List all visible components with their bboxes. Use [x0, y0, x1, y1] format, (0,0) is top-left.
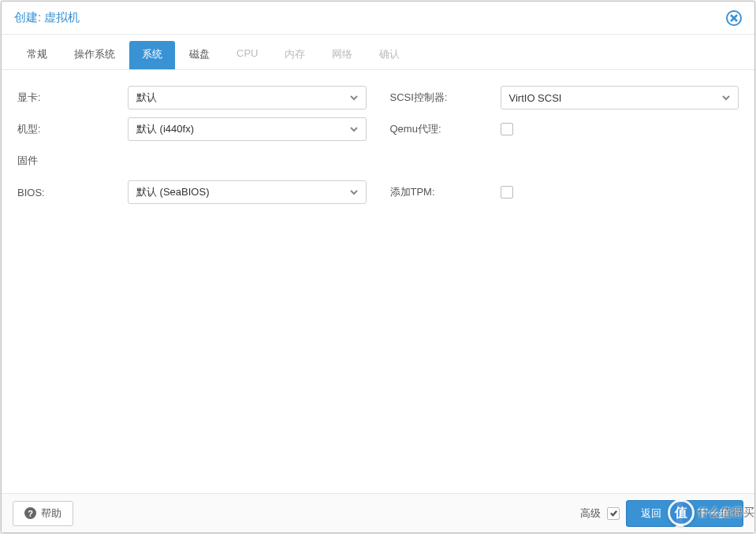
row-qemu: Qemu代理: — [390, 114, 739, 144]
bios-combo[interactable]: 默认 (SeaBIOS) — [128, 180, 367, 204]
row-graphics: 显卡: 默认 — [17, 83, 367, 113]
right-column: SCSI控制器: VirtIO SCSI Qemu代理: 添加TPM: — [390, 83, 739, 480]
graphics-value: 默认 — [136, 91, 157, 105]
chevron-down-icon — [350, 124, 358, 135]
firmware-spacer — [390, 146, 501, 176]
machine-value: 默认 (i440fx) — [136, 122, 194, 136]
tab-os[interactable]: 操作系统 — [61, 41, 128, 69]
row-machine: 机型: 默认 (i440fx) — [17, 114, 367, 144]
advanced-checkbox[interactable] — [607, 507, 620, 520]
wizard-tabs: 常规 操作系统 系统 磁盘 CPU 内存 网络 确认 — [2, 35, 754, 70]
tab-memory: 内存 — [272, 41, 318, 69]
scsi-combo[interactable]: VirtIO SCSI — [501, 86, 739, 109]
close-icon — [730, 14, 738, 22]
tab-disk[interactable]: 磁盘 — [177, 41, 222, 69]
firmware-section-label: 固件 — [17, 146, 128, 176]
tab-system[interactable]: 系统 — [129, 41, 175, 69]
tpm-checkbox[interactable] — [501, 186, 513, 198]
scsi-label: SCSI控制器: — [390, 91, 501, 105]
tpm-label: 添加TPM: — [390, 185, 501, 199]
bios-label: BIOS: — [17, 187, 128, 198]
tab-confirm: 确认 — [367, 41, 412, 69]
form-content: 显卡: 默认 机型: 默认 (i440fx) 固件 BIOS: 默认 (SeaB… — [2, 70, 754, 493]
qemu-label: Qemu代理: — [390, 122, 501, 136]
help-label: 帮助 — [41, 506, 61, 521]
chevron-down-icon — [350, 187, 358, 198]
footer-left: ? 帮助 — [13, 501, 73, 526]
row-tpm: 添加TPM: — [390, 177, 739, 207]
machine-label: 机型: — [17, 122, 128, 136]
scsi-value: VirtIO SCSI — [509, 92, 562, 104]
qemu-checkbox[interactable] — [501, 123, 513, 135]
help-button[interactable]: ? 帮助 — [13, 501, 73, 526]
row-bios: BIOS: 默认 (SeaBIOS) — [17, 177, 367, 207]
create-vm-dialog: 创建: 虚拟机 常规 操作系统 系统 磁盘 CPU 内存 网络 确认 显卡: 默… — [1, 1, 755, 533]
tab-cpu: CPU — [224, 41, 270, 69]
tab-network: 网络 — [319, 41, 365, 69]
footer-right: 高级 返回 下一步 — [580, 500, 743, 527]
bios-value: 默认 (SeaBIOS) — [136, 185, 209, 199]
dialog-footer: ? 帮助 高级 返回 下一步 — [2, 493, 754, 532]
back-button[interactable]: 返回 — [626, 500, 676, 527]
graphics-label: 显卡: — [17, 91, 128, 105]
dialog-title: 创建: 虚拟机 — [14, 10, 80, 25]
next-button[interactable]: 下一步 — [683, 500, 743, 527]
left-column: 显卡: 默认 机型: 默认 (i440fx) 固件 BIOS: 默认 (SeaB… — [17, 83, 367, 480]
graphics-combo[interactable]: 默认 — [128, 86, 367, 109]
row-scsi: SCSI控制器: VirtIO SCSI — [390, 83, 739, 113]
chevron-down-icon — [722, 92, 730, 104]
dialog-header: 创建: 虚拟机 — [2, 2, 754, 35]
close-button[interactable] — [726, 10, 742, 26]
check-icon — [609, 509, 618, 517]
help-icon: ? — [24, 507, 36, 519]
machine-combo[interactable]: 默认 (i440fx) — [128, 117, 367, 141]
tab-general[interactable]: 常规 — [14, 41, 60, 69]
chevron-down-icon — [350, 92, 358, 104]
advanced-label: 高级 — [580, 506, 601, 521]
